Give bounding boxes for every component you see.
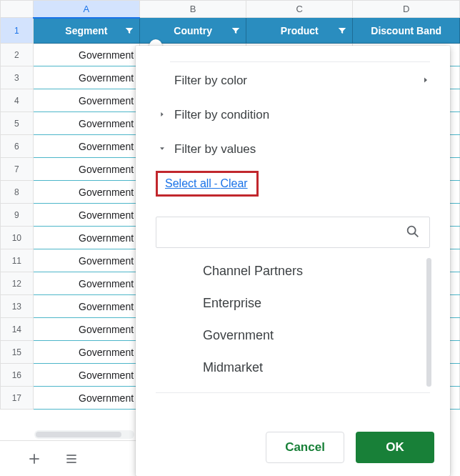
filter-icon[interactable] xyxy=(230,25,241,36)
row-header[interactable]: 14 xyxy=(1,318,34,341)
select-clear-highlight: Select all - Clear xyxy=(156,171,259,197)
filter-search-input[interactable] xyxy=(165,227,405,239)
filter-by-condition-row[interactable]: Filter by condition xyxy=(136,98,450,132)
cell[interactable]: Government xyxy=(33,295,139,318)
row-header[interactable]: 1 xyxy=(1,18,34,44)
row-header[interactable]: 2 xyxy=(1,44,34,66)
row-header[interactable]: 6 xyxy=(1,135,34,158)
row-header[interactable]: 15 xyxy=(1,341,34,364)
header-label: Country xyxy=(174,25,212,36)
cell[interactable]: Government xyxy=(33,44,139,66)
cell[interactable]: Government xyxy=(33,112,139,135)
ok-label: OK xyxy=(386,440,404,455)
header-label: Segment xyxy=(65,25,107,36)
col-header-C[interactable]: C xyxy=(246,1,353,18)
row-header[interactable]: 3 xyxy=(1,66,34,89)
col-header-B[interactable]: B xyxy=(140,1,246,18)
filter-value-label: Channel Partners xyxy=(203,264,303,278)
header-label: Discount Band xyxy=(371,25,441,36)
filter-icon[interactable] xyxy=(124,25,135,36)
col-header-D[interactable]: D xyxy=(353,1,460,18)
svg-line-1 xyxy=(414,233,418,237)
scrollbar-thumb[interactable] xyxy=(36,432,121,437)
row-header[interactable]: 9 xyxy=(1,204,34,227)
row-header[interactable]: 11 xyxy=(1,249,34,272)
cell[interactable]: Government xyxy=(33,135,139,158)
caret-down-icon xyxy=(156,144,169,154)
select-all-link[interactable]: Select all xyxy=(165,177,211,189)
cell[interactable]: Government xyxy=(33,227,139,249)
filter-values-list: Channel Partners Enterprise Government M… xyxy=(156,255,430,384)
cancel-button[interactable]: Cancel xyxy=(266,432,344,463)
cell[interactable]: Government xyxy=(33,272,139,295)
header-cell-product[interactable]: Product xyxy=(246,18,353,44)
row-header[interactable]: 10 xyxy=(1,227,34,249)
cell[interactable]: Government xyxy=(33,318,139,341)
filter-value-item[interactable]: Midmarket xyxy=(156,352,430,384)
divider xyxy=(170,61,430,62)
filter-panel: Filter by color Filter by condition Filt… xyxy=(136,46,450,476)
filter-by-color-row[interactable]: Filter by color xyxy=(136,64,450,98)
row-header[interactable]: 13 xyxy=(1,295,34,318)
header-cell-discount-band[interactable]: Discount Band xyxy=(353,18,460,44)
cell[interactable]: Government xyxy=(33,89,139,112)
search-icon xyxy=(405,224,421,242)
separator: - xyxy=(211,178,220,189)
add-sheet-button[interactable] xyxy=(27,452,41,466)
sheet-tabs-bar xyxy=(0,440,136,476)
row-header[interactable]: 16 xyxy=(1,364,34,387)
cell[interactable]: Government xyxy=(33,181,139,204)
row-header[interactable]: 17 xyxy=(1,387,34,410)
panel-footer: Cancel OK xyxy=(136,420,450,476)
filter-search[interactable] xyxy=(156,217,430,248)
cancel-label: Cancel xyxy=(285,440,325,455)
filter-by-condition-label: Filter by condition xyxy=(174,108,269,122)
filter-by-values-row[interactable]: Filter by values xyxy=(136,132,450,167)
values-scrollbar[interactable] xyxy=(426,258,431,387)
row-header[interactable]: 5 xyxy=(1,112,34,135)
row-header[interactable]: 12 xyxy=(1,272,34,295)
filter-icon[interactable] xyxy=(336,25,348,36)
clear-link[interactable]: Clear xyxy=(220,177,247,189)
ok-button[interactable]: OK xyxy=(356,432,434,463)
all-sheets-button[interactable] xyxy=(64,452,79,466)
cell[interactable]: Government xyxy=(33,158,139,181)
filter-by-color-label: Filter by color xyxy=(174,74,247,88)
col-header-A[interactable]: A xyxy=(33,1,139,18)
header-label: Product xyxy=(281,25,319,36)
filter-value-label: Enterprise xyxy=(203,296,261,310)
filter-by-values-label: Filter by values xyxy=(174,142,256,157)
filter-value-label: Government xyxy=(203,328,274,342)
select-all-cell[interactable] xyxy=(1,1,34,18)
filter-value-item[interactable]: Enterprise xyxy=(156,287,430,319)
row-header[interactable]: 4 xyxy=(1,89,34,112)
cell[interactable]: Government xyxy=(33,66,139,89)
row-header[interactable]: 7 xyxy=(1,158,34,181)
filter-value-label: Midmarket xyxy=(203,360,263,375)
cell[interactable]: Government xyxy=(33,387,139,410)
filter-value-item[interactable]: Channel Partners xyxy=(156,255,430,287)
horizontal-scrollbar[interactable] xyxy=(34,430,134,439)
cell[interactable]: Government xyxy=(33,204,139,227)
cell[interactable]: Government xyxy=(33,249,139,272)
chevron-right-icon xyxy=(421,74,430,88)
divider xyxy=(156,392,430,393)
caret-right-icon xyxy=(156,110,169,120)
header-cell-segment[interactable]: Segment xyxy=(33,18,139,44)
cell[interactable]: Government xyxy=(33,341,139,364)
cell[interactable]: Government xyxy=(33,364,139,387)
filter-value-item[interactable]: Government xyxy=(156,319,430,352)
svg-point-0 xyxy=(408,226,416,234)
row-header[interactable]: 8 xyxy=(1,181,34,204)
